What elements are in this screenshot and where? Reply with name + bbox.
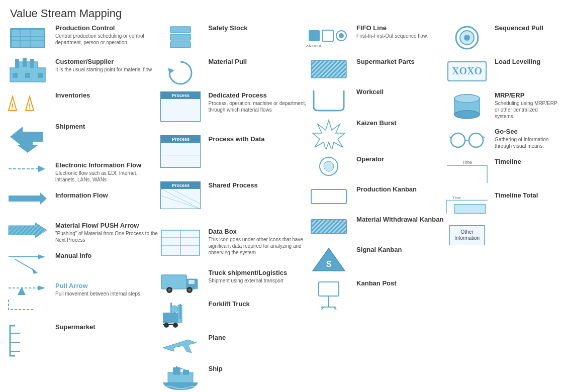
go-see-label: Go-See [495, 128, 558, 135]
item-mrp-erp: MRP/ERP Scheduling using MRP/ERP or othe… [444, 91, 558, 122]
timeline-total-label: Timeline Total [495, 191, 558, 199]
svg-rect-64 [183, 370, 189, 375]
dedicated-process-label: Dedicated Process [208, 91, 306, 99]
svg-line-39 [160, 188, 201, 209]
inventories-icon: ! ! [5, 91, 50, 117]
go-see-desc: Gathering of information through visual … [495, 136, 558, 149]
svg-rect-55 [179, 304, 181, 319]
svg-marker-20 [38, 165, 45, 172]
svg-rect-84 [319, 282, 339, 296]
svg-rect-9 [30, 59, 34, 68]
item-electronic-info-flow: Electronic Information Flow Electronic f… [5, 161, 158, 185]
svg-rect-78 [311, 189, 346, 204]
truck-shipment-label: Truck shipment/Logistics [208, 269, 306, 276]
data-box-icon [158, 228, 203, 258]
svg-line-41 [170, 188, 201, 204]
item-process-with-data: Process Process with Data [158, 135, 306, 175]
item-material-withdrawal-kanban: Material Withdrawal Kanban [306, 216, 444, 240]
plane-icon [158, 334, 203, 359]
svg-point-98 [451, 133, 465, 147]
other-information-box: Other Information [449, 225, 485, 245]
item-material-pull: Material Pull [158, 58, 306, 85]
pull-arrow-desc: Pull movement between internal steps. [55, 290, 158, 297]
svg-rect-12 [38, 73, 43, 78]
information-flow-label: Information Flow [55, 191, 158, 199]
svg-rect-46 [161, 275, 186, 289]
truck-shipment-desc: Shipment using external transport [208, 277, 306, 284]
item-ship: Ship [158, 365, 306, 392]
svg-rect-48 [189, 280, 195, 284]
item-manual-info: Manual Info [5, 252, 158, 276]
svg-rect-7 [15, 59, 19, 68]
kanban-post-label: Kanban Post [356, 279, 444, 287]
item-customer-supplier: Customer/Supplier It is the usual starti… [5, 58, 158, 85]
svg-line-40 [160, 195, 201, 209]
signal-kanban-icon: S [306, 246, 351, 273]
workcell-icon [306, 88, 351, 113]
svg-point-97 [454, 94, 480, 103]
item-supermarket: Supermarket [5, 323, 158, 358]
item-pull-arrow: Pull Arrow Pull movement between interna… [5, 282, 158, 317]
svg-point-99 [469, 133, 483, 147]
process-with-data-icon: Process [158, 135, 203, 168]
signal-kanban-label: Signal Kanban [356, 246, 444, 253]
shared-process-label: Shared Process [208, 181, 306, 189]
pull-arrow-label: Pull Arrow [55, 282, 158, 289]
manual-info-icon [5, 252, 50, 274]
svg-marker-30 [38, 285, 45, 290]
fifo-line-label: FIFO Line [356, 24, 444, 32]
item-shared-process: Process Shared Process [158, 181, 306, 222]
item-other-information: Other Information [444, 225, 558, 249]
shipment-label: Shipment [55, 123, 158, 130]
page-title: Value Stream Mapping [0, 0, 563, 24]
mrp-erp-icon [444, 91, 490, 122]
operator-label: Operator [356, 155, 444, 163]
svg-text:!: ! [29, 102, 31, 110]
production-control-label: Production Control [55, 24, 158, 32]
supermarket-parts-icon [306, 58, 351, 80]
item-dedicated-process: Process Dedicated Process Process, opera… [158, 91, 306, 129]
material-pull-icon [158, 58, 203, 85]
timeline-label: Timeline [495, 158, 558, 165]
supermarket-label: Supermarket [55, 323, 158, 331]
kaizen-burst-icon [306, 119, 351, 149]
svg-marker-26 [38, 254, 45, 259]
svg-rect-57 [163, 321, 172, 323]
dedicated-process-icon: Process [158, 91, 203, 122]
timeline-icon: Time [444, 158, 490, 185]
production-control-icon [5, 24, 50, 52]
svg-line-101 [449, 137, 451, 138]
other-information-icon: Other Information [444, 225, 490, 245]
kanban-post-icon [306, 279, 351, 310]
load-levelling-icon: XOXO [444, 58, 490, 85]
pull-arrow-icon [5, 282, 50, 315]
forklift-truck-icon [158, 300, 203, 328]
svg-rect-68 [322, 30, 333, 41]
svg-marker-24 [9, 223, 47, 238]
ship-label: Ship [208, 365, 306, 372]
shared-process-icon: Process [158, 181, 203, 209]
svg-rect-8 [23, 58, 27, 67]
svg-rect-67 [309, 30, 320, 41]
workcell-label: Workcell [356, 88, 444, 95]
item-operator: Operator [306, 155, 444, 179]
svg-point-61 [171, 306, 178, 313]
data-box-desc: This icon goes under other icons that ha… [208, 236, 306, 256]
timeline-total-icon: Time [444, 191, 490, 219]
electronic-info-flow-label: Electronic Information Flow [55, 161, 158, 169]
operator-icon [306, 155, 351, 178]
svg-rect-1 [12, 30, 44, 47]
item-signal-kanban: S Signal Kanban [306, 246, 444, 273]
customer-supplier-icon [5, 58, 50, 85]
safety-stock-label: Safety Stock [208, 24, 306, 32]
column-3: MAX=XX FIFO Line First-In-First-Out sequ… [306, 24, 444, 392]
svg-point-50 [168, 288, 171, 291]
svg-marker-75 [313, 120, 345, 149]
mrp-erp-desc: Scheduling using MRP/ERP or other centra… [495, 100, 558, 120]
svg-point-96 [454, 111, 480, 119]
item-workcell: Workcell [306, 88, 444, 113]
svg-point-70 [339, 33, 344, 38]
production-kanban-icon [306, 185, 351, 208]
svg-marker-28 [32, 268, 38, 274]
svg-line-102 [483, 137, 485, 138]
